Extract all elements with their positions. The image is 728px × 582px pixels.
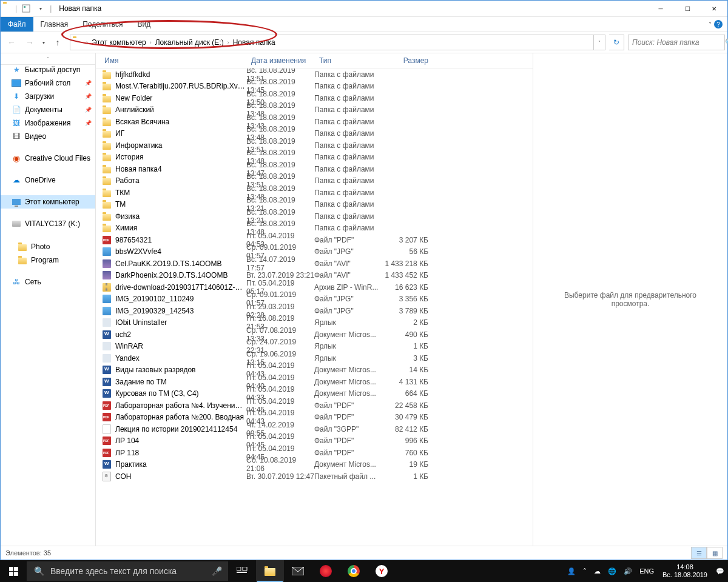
qat-dropdown-icon[interactable]: ▾ [34, 2, 47, 15]
start-button[interactable] [0, 560, 27, 582]
col-date[interactable]: Дата изменения [246, 56, 314, 65]
chevron-right-icon[interactable]: › [147, 39, 154, 45]
file-row[interactable]: bbsW2XVvfe4Ср. 09.01.2019 01:57Файл "JPG… [96, 246, 533, 258]
file-row[interactable]: hfjfkdfkdkdВс. 18.08.2019 13:51Папка с ф… [96, 69, 533, 81]
chevron-right-icon[interactable]: › [225, 39, 232, 45]
file-row[interactable]: 987654321Пт. 05.04.2019 04:53Файл "PDF"3… [96, 234, 533, 246]
taskbar-search[interactable]: 🔍 Введите здесь текст для поиска 🎤 [27, 561, 228, 581]
nav-recent-dropdown[interactable]: ▾ [39, 35, 48, 50]
file-list[interactable]: Имя Дата изменения Тип Размер hfjfkdfkdk… [96, 53, 533, 546]
file-row[interactable]: ФизикаВс. 18.08.2019 13:21Папка с файлам… [96, 210, 533, 222]
nav-up-button[interactable]: ↑ [49, 35, 66, 50]
nav-program-folder[interactable]: Program [1, 253, 95, 267]
file-row[interactable]: ЛР 118Пт. 05.04.2019 04:45Файл "PDF"760 … [96, 447, 533, 459]
taskbar-yandex-icon[interactable]: Y [368, 560, 396, 582]
close-button[interactable]: ✕ [701, 1, 727, 16]
file-row[interactable]: IObit UninstallerПт. 16.08.2019 21:53Ярл… [96, 317, 533, 329]
file-row[interactable]: Всякая ВсячинаВс. 18.08.2019 13:43Папка … [96, 116, 533, 128]
nav-forward-button[interactable]: → [21, 35, 38, 50]
nav-photo-folder[interactable]: Photo [1, 240, 95, 253]
view-large-icons-button[interactable]: ▦ [707, 547, 723, 559]
nav-network[interactable]: 🖧Сеть [1, 275, 95, 289]
col-type[interactable]: Тип [314, 56, 380, 65]
file-row[interactable]: ХимияВс. 18.08.2019 13:48Папка с файлами [96, 222, 533, 235]
chevron-right-icon[interactable]: › [84, 39, 90, 45]
nav-collapse-handle[interactable]: ˄ [1, 53, 95, 65]
nav-documents[interactable]: 📄Документы📌 [1, 103, 95, 116]
nav-downloads[interactable]: ⬇Загрузки📌 [1, 90, 95, 103]
file-row[interactable]: ЛР 104Пт. 05.04.2019 04:45Файл "PDF"996 … [96, 435, 533, 447]
minimize-button[interactable]: ─ [647, 1, 674, 16]
breadcrumb-item[interactable]: Этот компьютер [90, 38, 147, 47]
file-row[interactable]: drive-download-20190317T140601Z-001Пт. 0… [96, 281, 533, 293]
col-name[interactable]: Имя [96, 56, 246, 65]
file-row[interactable]: Виды газовых разрядовПт. 05.04.2019 04:4… [96, 364, 533, 376]
breadcrumb-item[interactable]: Новая папка [232, 38, 277, 47]
search-box[interactable]: 🔍 [628, 35, 725, 50]
file-row[interactable]: ПрактикаСб. 10.08.2019 21:06Документ Mic… [96, 459, 533, 471]
file-row[interactable]: ИнформатикаВс. 18.08.2019 13:51Папка с ф… [96, 139, 533, 152]
tray-volume-icon[interactable]: 🔊 [620, 560, 636, 582]
ribbon-tab-file[interactable]: Файл [1, 17, 33, 32]
ribbon-tab-share[interactable]: Поделиться [75, 17, 130, 32]
search-input[interactable] [631, 38, 725, 47]
address-dropdown-icon[interactable]: ˅ [593, 35, 605, 50]
ribbon-expand-icon[interactable]: ˅ [709, 21, 712, 28]
file-row[interactable]: DarkPhoenix.2O19.D.TS.14OOMBВт. 23.07.20… [96, 270, 533, 282]
nav-creative-cloud[interactable]: ◉Creative Cloud Files [1, 152, 95, 165]
file-row[interactable]: IMG_20190329_142543Пт. 29.03.2019 02:28Ф… [96, 305, 533, 317]
search-icon[interactable]: 🔍 [725, 38, 728, 47]
maximize-button[interactable]: ☐ [674, 1, 701, 16]
help-icon[interactable]: ? [714, 20, 723, 28]
file-row[interactable]: New FolderВс. 18.08.2019 13:50Папка с фа… [96, 92, 533, 104]
file-row[interactable]: IMG_20190102_110249Ср. 09.01.2019 01:57Ф… [96, 293, 533, 306]
tray-network-icon[interactable]: 🌐 [604, 560, 620, 582]
taskbar-chrome-icon[interactable] [340, 560, 368, 582]
file-row[interactable]: Задание по ТМПт. 05.04.2019 04:40Докумен… [96, 376, 533, 388]
file-row[interactable]: Курсовая по ТМ (C3, C4)Пт. 05.04.2019 04… [96, 388, 533, 400]
nav-pictures[interactable]: 🖼Изображения📌 [1, 116, 95, 130]
nav-back-button[interactable]: ← [3, 35, 20, 50]
taskbar-opera-icon[interactable] [312, 560, 340, 582]
tray-onedrive-icon[interactable]: ☁ [590, 560, 604, 582]
address-bar[interactable]: › Этот компьютер › Локальный диск (E:) ›… [70, 35, 605, 50]
tray-language[interactable]: ENG [636, 560, 658, 582]
nav-desktop[interactable]: Рабочий стол📌 [1, 76, 95, 90]
taskbar-mail-icon[interactable] [284, 560, 312, 582]
nav-this-pc[interactable]: Этот компьютер [1, 195, 95, 209]
col-size[interactable]: Размер [380, 56, 436, 65]
file-row[interactable]: РаботаВс. 18.08.2019 13:51Папка с файлам… [96, 175, 533, 187]
file-row[interactable]: Лекция по истории 20190214112454Чт. 14.0… [96, 423, 533, 435]
file-row[interactable]: YandexСр. 19.06.2019 13:15Ярлык3 КБ [96, 352, 533, 364]
file-row[interactable]: Лабораторная работа №4. Изучение яв...Пт… [96, 400, 533, 412]
ribbon-tab-home[interactable]: Главная [33, 17, 76, 32]
tray-people-icon[interactable]: 👤 [564, 560, 579, 582]
file-row[interactable]: АнглийскийВс. 18.08.2019 13:48Папка с фа… [96, 104, 533, 116]
tray-notifications-icon[interactable]: 💬 [712, 560, 728, 582]
nav-videos[interactable]: 🎞Видео [1, 130, 95, 143]
file-row[interactable]: uch2Ср. 07.08.2019 13:33Документ Micros.… [96, 329, 533, 341]
breadcrumb-item[interactable]: Локальный диск (E:) [154, 38, 225, 47]
nav-quick-access[interactable]: ★Быстрый доступ [1, 63, 95, 76]
qat-properties-icon[interactable] [19, 2, 33, 15]
nav-onedrive[interactable]: ☁OneDrive [1, 173, 95, 187]
file-row[interactable]: Новая папка4Вс. 18.08.2019 13:47Папка с … [96, 163, 533, 175]
file-row[interactable]: Most.V.Terabitiju.2007.RUS.BDRip.XviD.A.… [96, 81, 533, 93]
mic-icon[interactable]: 🎤 [212, 566, 222, 576]
nav-drive-k[interactable]: VITALYC137 (K:) [1, 217, 95, 230]
ribbon-tab-view[interactable]: Вид [130, 17, 158, 32]
task-view-button[interactable] [228, 560, 256, 582]
file-row[interactable]: ИсторияВс. 18.08.2019 13:48Папка с файла… [96, 152, 533, 164]
file-row[interactable]: ТМВс. 18.08.2019 13:21Папка с файлами [96, 199, 533, 211]
file-row[interactable]: WinRARСр. 24.07.2019 22:31Ярлык1 КБ [96, 341, 533, 353]
file-row[interactable]: СОНВт. 30.07.2019 12:47Пакетный файл ...… [96, 470, 533, 483]
file-row[interactable]: Cel.PauKK.2O19.D.TS.14OOMBВс. 14.07.2019… [96, 258, 533, 270]
taskbar-explorer-icon[interactable] [256, 560, 284, 582]
file-row[interactable]: ИГВс. 18.08.2019 13:48Папка с файлами [96, 128, 533, 140]
tray-overflow-icon[interactable]: ˄ [579, 560, 590, 582]
view-details-button[interactable]: ☰ [691, 547, 707, 559]
refresh-button[interactable]: ↻ [609, 35, 624, 50]
tray-clock[interactable]: 14:08 Вс. 18.08.2019 [658, 563, 712, 579]
file-row[interactable]: ТКМВс. 18.08.2019 13:48Папка с файлами [96, 187, 533, 199]
file-row[interactable]: Лабораторная работа №200. ВводнаяПт. 05.… [96, 412, 533, 424]
